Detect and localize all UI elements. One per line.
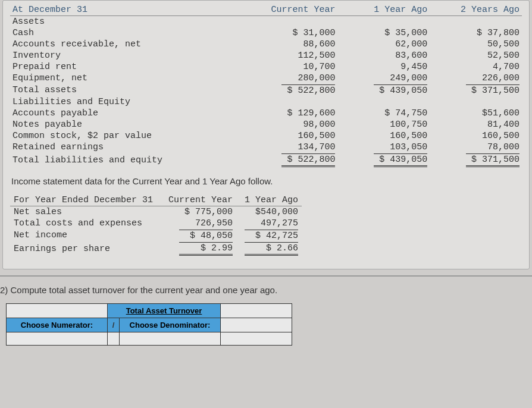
numerator-input[interactable]	[7, 332, 108, 346]
costs-y1: 497,275	[236, 218, 302, 229]
cash-y2: $ 37,800	[440, 27, 522, 39]
row-ar: Accounts receivable, net 88,600 62,000 5…	[10, 39, 522, 50]
header-current-year: Current Year	[256, 4, 338, 16]
turnover-title: Total Asset Turnover	[108, 304, 221, 318]
prepaid-y1: 9,450	[348, 61, 430, 73]
cs-y1: 160,500	[348, 130, 430, 142]
row-net-income: Net income $ 48,050 $ 42,725	[10, 229, 302, 241]
equip-y1: 249,000	[348, 73, 430, 84]
re-cy: 134,700	[256, 142, 338, 153]
result-cell-blank[interactable]	[221, 318, 292, 332]
denominator-input[interactable]	[120, 332, 221, 346]
np-y1: 100,750	[348, 119, 430, 130]
ar-cy: 88,600	[256, 39, 338, 50]
cash-cy: $ 31,000	[256, 27, 338, 39]
ar-y1: 62,000	[348, 39, 430, 50]
row-inventory: Inventory 112,500 83,600 52,500	[10, 50, 522, 61]
row-equipment: Equipment, net 280,000 249,000 226,000	[10, 73, 522, 84]
label-cash: Cash	[10, 27, 256, 39]
ap-y1: $ 74,750	[348, 108, 430, 119]
label-prepaid: Prepaid rent	[10, 61, 256, 73]
row-total-liab-equity: Total liabilities and equity $ 522,800 $…	[10, 153, 522, 168]
np-cy: 98,000	[256, 119, 338, 130]
costs-cy: 726,950	[165, 218, 236, 229]
label-inventory: Inventory	[10, 50, 256, 61]
balance-header-row: At December 31 Current Year 1 Year Ago 2…	[10, 4, 522, 16]
tot-assets-y2: $ 371,500	[466, 84, 520, 96]
header-2-years-ago: 2 Years Ago	[440, 4, 522, 16]
row-prepaid: Prepaid rent 10,700 9,450 4,700	[10, 61, 522, 73]
ar-y2: 50,500	[440, 39, 522, 50]
tot-assets-y1: $ 439,050	[374, 84, 427, 96]
row-costs: Total costs and expenses 726,950 497,275	[10, 218, 302, 229]
eps-y1: $ 2.66	[245, 242, 298, 256]
label-equipment: Equipment, net	[10, 73, 256, 84]
row-cs: Common stock, $2 par value 160,500 160,5…	[10, 130, 522, 142]
label-eps: Earnings per share	[10, 241, 165, 256]
label-costs: Total costs and expenses	[10, 218, 165, 229]
label-net-income: Net income	[10, 229, 165, 241]
row-cash: Cash $ 31,000 $ 35,000 $ 37,800	[10, 27, 522, 39]
income-header-cy: Current Year	[165, 194, 236, 206]
income-header-y1: 1 Year Ago	[236, 194, 302, 206]
choose-numerator-label: Choose Numerator:	[7, 318, 108, 332]
question-prompt: 2) Compute total asset turnover for the …	[0, 281, 532, 303]
tot-assets-cy: $ 522,800	[281, 84, 335, 96]
income-statement-note: Income statement data for the Current Ye…	[10, 168, 522, 194]
prepaid-cy: 10,700	[256, 61, 338, 73]
inv-y1: 83,600	[348, 50, 430, 61]
header-1-year-ago: 1 Year Ago	[348, 4, 430, 16]
choose-denominator-label: Choose Denominator:	[120, 318, 221, 332]
tot-le-cy: $ 522,800	[281, 153, 335, 167]
divider-blank	[108, 332, 120, 346]
income-statement-table: For Year Ended December 31 Current Year …	[10, 194, 302, 256]
label-common-stock: Common stock, $2 par value	[10, 130, 256, 142]
row-net-sales: Net sales $ 775,000 $540,000	[10, 206, 302, 218]
inv-y2: 52,500	[440, 50, 522, 61]
row-re: Retained earnings 134,700 103,050 78,000	[10, 142, 522, 153]
header-at-dec31: At December 31	[10, 4, 256, 16]
label-total-le: Total liabilities and equity	[10, 153, 256, 168]
result-input[interactable]	[221, 332, 292, 346]
eps-cy: $ 2.99	[179, 242, 233, 256]
row-total-assets: Total assets $ 522,800 $ 439,050 $ 371,5…	[10, 84, 522, 96]
inv-cy: 112,500	[256, 50, 338, 61]
np-y2: 81,400	[440, 119, 522, 130]
label-net-sales: Net sales	[10, 206, 165, 218]
net-income-cy: $ 48,050	[179, 230, 233, 241]
slash-cell: /	[108, 318, 120, 332]
cs-y2: 160,500	[440, 130, 522, 142]
liab-section-title: Liabilities and Equity	[10, 96, 256, 108]
net-sales-y1: $540,000	[236, 206, 302, 218]
label-total-assets: Total assets	[10, 84, 256, 96]
label-retained-earnings: Retained earnings	[10, 142, 256, 153]
label-np: Notes payable	[10, 119, 256, 130]
financial-statements-card: At December 31 Current Year 1 Year Ago 2…	[2, 0, 530, 269]
cs-cy: 160,500	[256, 130, 338, 142]
re-y1: 103,050	[348, 142, 430, 153]
label-ar: Accounts receivable, net	[10, 39, 256, 50]
tot-le-y1: $ 439,050	[374, 153, 427, 167]
balance-sheet-table: At December 31 Current Year 1 Year Ago 2…	[10, 4, 522, 168]
re-y2: 78,000	[440, 142, 522, 153]
net-income-y1: $ 42,725	[245, 230, 298, 241]
equip-cy: 280,000	[256, 73, 338, 84]
cash-y1: $ 35,000	[348, 27, 430, 39]
total-asset-turnover-table: Total Asset Turnover Choose Numerator: /…	[6, 303, 292, 346]
row-ap: Accounts payable $ 129,600 $ 74,750 $51,…	[10, 108, 522, 119]
assets-section-title: Assets	[10, 16, 256, 28]
tot-le-y2: $ 371,500	[466, 153, 520, 167]
prepaid-y2: 4,700	[440, 61, 522, 73]
row-eps: Earnings per share $ 2.99 $ 2.66	[10, 241, 302, 256]
net-sales-cy: $ 775,000	[165, 206, 236, 218]
income-header-period: For Year Ended December 31	[10, 194, 165, 206]
income-header-row: For Year Ended December 31 Current Year …	[10, 194, 302, 206]
ap-y2: $51,600	[440, 108, 522, 119]
equip-y2: 226,000	[440, 73, 522, 84]
label-ap: Accounts payable	[10, 108, 256, 119]
question-section: 2) Compute total asset turnover for the …	[0, 277, 532, 346]
row-np: Notes payable 98,000 100,750 81,400	[10, 119, 522, 130]
ap-cy: $ 129,600	[256, 108, 338, 119]
